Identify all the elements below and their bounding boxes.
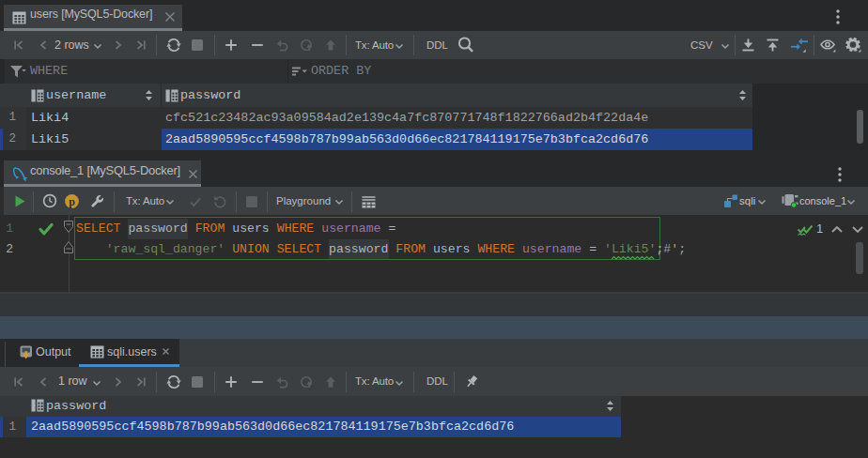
svg-text:p: p — [69, 195, 75, 208]
